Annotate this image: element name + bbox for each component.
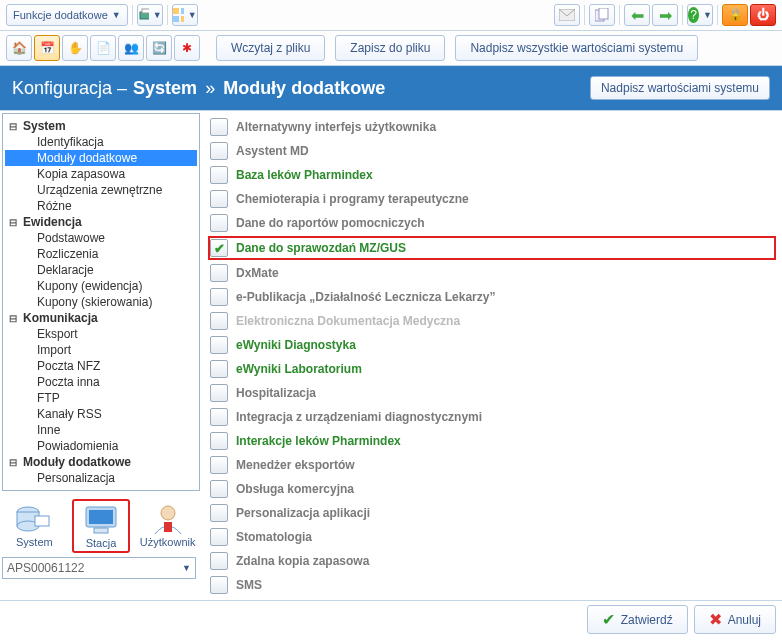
tree-item[interactable]: Poczta inna — [5, 374, 197, 390]
tree-item[interactable]: Kanały RSS — [5, 406, 197, 422]
option-label: Obsługa komercyjna — [236, 482, 354, 496]
tree-item[interactable]: Kupony (ewidencja) — [5, 278, 197, 294]
layout-dropdown[interactable]: ▼ — [172, 4, 198, 26]
scope-tabs: System Stacja Użytkownik — [0, 493, 202, 555]
load-from-file-button[interactable]: Wczytaj z pliku — [216, 35, 325, 61]
hand-icon: ✋ — [68, 41, 83, 55]
forward-button[interactable]: ➡ — [652, 4, 678, 26]
option-label: e-Publikacja „Działalność Lecznicza Leka… — [236, 290, 495, 304]
option-checkbox[interactable] — [210, 190, 228, 208]
tree-category[interactable]: Komunikacja — [5, 310, 197, 326]
tree-item[interactable]: Import — [5, 342, 197, 358]
option-checkbox[interactable] — [210, 142, 228, 160]
tree-item[interactable]: Różne — [5, 198, 197, 214]
tree-item[interactable]: Identyfikacja — [5, 134, 197, 150]
option-row: Menedżer eksportów — [208, 453, 776, 477]
overwrite-system-button[interactable]: Nadpisz wartościami systemu — [590, 76, 770, 100]
functions-dropdown[interactable]: Funkcje dodatkowe ▼ — [6, 4, 128, 26]
scope-tab-system[interactable]: System — [5, 499, 63, 553]
tree-item[interactable]: Kupony (skierowania) — [5, 294, 197, 310]
option-checkbox[interactable] — [210, 576, 228, 594]
confirm-button[interactable]: ✔ Zatwierdź — [587, 605, 688, 634]
hand-button[interactable]: ✋ — [62, 35, 88, 61]
divider — [167, 5, 168, 25]
tree-item[interactable]: Rozliczenia — [5, 246, 197, 262]
divider — [619, 5, 620, 25]
tree-item[interactable]: FTP — [5, 390, 197, 406]
overwrite-system-label: Nadpisz wartościami systemu — [601, 81, 759, 95]
option-checkbox[interactable] — [210, 166, 228, 184]
option-label: eWyniki Laboratorium — [236, 362, 362, 376]
option-checkbox[interactable] — [210, 408, 228, 426]
option-label: SMS — [236, 578, 262, 592]
option-checkbox[interactable] — [210, 360, 228, 378]
arrow-left-icon: ⬅ — [631, 6, 644, 25]
second-toolbar: 🏠 📅 ✋ 📄 👥 🔄 ✱ Wczytaj z pliku Zapisz do … — [0, 31, 782, 66]
option-checkbox[interactable] — [210, 528, 228, 546]
computer-icon — [82, 505, 120, 535]
nav-tree[interactable]: SystemIdentyfikacjaModuły dodatkoweKopia… — [3, 114, 199, 490]
home-icon: 🏠 — [12, 41, 27, 55]
option-checkbox[interactable] — [210, 312, 228, 330]
tree-item[interactable]: Podstawowe — [5, 230, 197, 246]
users-button[interactable]: 👥 — [118, 35, 144, 61]
copy-button[interactable] — [589, 4, 615, 26]
option-checkbox[interactable] — [210, 456, 228, 474]
tree-item[interactable]: Inne — [5, 422, 197, 438]
option-label: Dane do raportów pomocniczych — [236, 216, 425, 230]
overwrite-all-button[interactable]: Nadpisz wszystkie wartościami systemu — [455, 35, 698, 61]
svg-rect-4 — [173, 16, 179, 22]
option-checkbox[interactable] — [210, 118, 228, 136]
option-checkbox[interactable] — [210, 288, 228, 306]
option-checkbox[interactable] — [210, 384, 228, 402]
copy-icon — [595, 8, 609, 22]
home-button[interactable]: 🏠 — [6, 35, 32, 61]
scope-tab-user[interactable]: Użytkownik — [139, 499, 197, 553]
option-row: Asystent MD — [208, 139, 776, 163]
option-label: DxMate — [236, 266, 279, 280]
document-button[interactable]: 📄 — [90, 35, 116, 61]
option-checkbox[interactable] — [210, 239, 228, 257]
option-row: DxMate — [208, 261, 776, 285]
scope-tab-system-label: System — [16, 536, 53, 548]
tree-item[interactable]: Poczta NFZ — [5, 358, 197, 374]
option-checkbox[interactable] — [210, 264, 228, 282]
option-row: Alternatywny interfejs użytkownika — [208, 115, 776, 139]
power-button[interactable]: ⏻ — [750, 4, 776, 26]
confirm-label: Zatwierdź — [621, 613, 673, 627]
help-button[interactable]: ?▼ — [687, 4, 713, 26]
scope-tab-station[interactable]: Stacja — [72, 499, 130, 553]
svg-point-16 — [161, 506, 175, 520]
tree-category[interactable]: Moduły dodatkowe — [5, 454, 197, 470]
breadcrumb-sub: Moduły dodatkowe — [223, 78, 385, 99]
tree-item[interactable]: Deklaracje — [5, 262, 197, 278]
option-checkbox[interactable] — [210, 480, 228, 498]
status-field[interactable]: APS00061122 ▼ — [2, 557, 196, 579]
option-checkbox[interactable] — [210, 504, 228, 522]
mail-button[interactable] — [554, 4, 580, 26]
tree-category[interactable]: Ewidencja — [5, 214, 197, 230]
cancel-button[interactable]: ✖ Anuluj — [694, 605, 776, 634]
option-checkbox[interactable] — [210, 552, 228, 570]
tree-item[interactable]: Eksport — [5, 326, 197, 342]
tree-item[interactable]: Moduły dodatkowe — [5, 150, 197, 166]
option-row: Stomatologia — [208, 525, 776, 549]
back-button[interactable]: ⬅ — [624, 4, 650, 26]
help-icon: ? — [688, 7, 699, 23]
save-to-file-button[interactable]: Zapisz do pliku — [335, 35, 445, 61]
star-button[interactable]: ✱ — [174, 35, 200, 61]
print-dropdown[interactable]: ▼ — [137, 4, 163, 26]
calendar-button[interactable]: 📅 — [34, 35, 60, 61]
refresh-button[interactable]: 🔄 — [146, 35, 172, 61]
tree-item[interactable]: Urządzenia zewnętrzne — [5, 182, 197, 198]
tree-item[interactable]: Powiadomienia — [5, 438, 197, 454]
tree-category[interactable]: System — [5, 118, 197, 134]
tree-item[interactable]: Kopia zapasowa — [5, 166, 197, 182]
svg-rect-5 — [181, 16, 184, 22]
tree-item[interactable]: Personalizacja — [5, 470, 197, 486]
lock-button[interactable]: 🔒 — [722, 4, 748, 26]
option-checkbox[interactable] — [210, 214, 228, 232]
option-checkbox[interactable] — [210, 336, 228, 354]
load-label: Wczytaj z pliku — [231, 41, 310, 55]
option-checkbox[interactable] — [210, 432, 228, 450]
